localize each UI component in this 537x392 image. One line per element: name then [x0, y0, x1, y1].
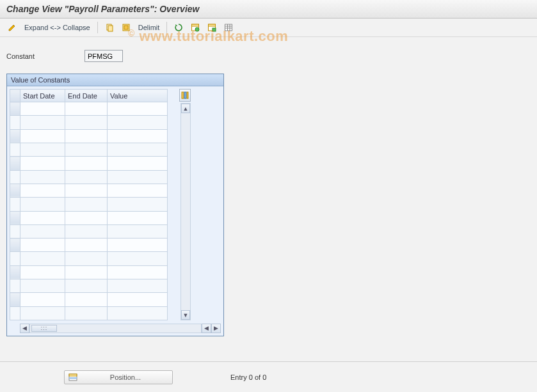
svg-rect-15	[182, 92, 184, 98]
col-start-date[interactable]: Start Date	[20, 90, 65, 102]
table-row[interactable]	[10, 293, 168, 306]
toolbar: Expand <-> Collapse Delimit	[0, 19, 537, 37]
col-end-date[interactable]: End Date	[65, 90, 108, 102]
svg-rect-9	[212, 28, 216, 31]
footer-bar: Position... Entry 0 of 0	[0, 361, 537, 392]
table-row[interactable]	[10, 239, 168, 252]
columns-icon	[181, 91, 189, 99]
table-row[interactable]	[10, 184, 168, 197]
scroll-right-step-button[interactable]: ◀	[202, 324, 211, 333]
refresh-button[interactable]	[172, 21, 186, 34]
table-view-button[interactable]	[221, 21, 236, 34]
table-row[interactable]	[10, 279, 168, 293]
constant-row: Constant	[6, 50, 531, 62]
table-row[interactable]	[10, 157, 168, 170]
position-label: Position...	[83, 373, 168, 381]
toolbar-separator	[166, 22, 167, 33]
pencil-icon	[8, 23, 17, 32]
table-row[interactable]	[10, 211, 168, 224]
svg-rect-3	[124, 26, 128, 29]
table-row[interactable]	[10, 198, 168, 211]
chevron-left-icon: ◀	[22, 325, 27, 331]
row-selector-header[interactable]	[10, 90, 20, 102]
vertical-scrollbar[interactable]: ▲ ▼	[180, 103, 191, 320]
table-row[interactable]	[10, 252, 168, 265]
position-icon	[68, 373, 77, 382]
svg-rect-10	[225, 24, 232, 31]
table-row[interactable]	[10, 116, 168, 129]
table-config-button[interactable]	[179, 89, 191, 102]
svg-rect-16	[184, 92, 186, 98]
copy-button[interactable]	[102, 21, 116, 34]
table-settings-button[interactable]	[188, 21, 202, 34]
scroll-right-button[interactable]: ▶	[211, 324, 221, 333]
svg-rect-17	[187, 92, 188, 98]
chevron-up-icon: ▲	[183, 106, 189, 112]
chevron-right-icon: ▶	[214, 325, 218, 331]
table-row[interactable]	[10, 224, 168, 238]
constants-table: Start Date End Date Value	[10, 89, 168, 320]
table-save-icon	[207, 23, 216, 32]
table-row[interactable]	[10, 129, 168, 143]
toolbar-separator	[97, 22, 98, 33]
delimit-button[interactable]: Delimit	[136, 24, 163, 31]
select-all-button[interactable]	[119, 21, 133, 34]
panel-title: Value of Constants	[7, 74, 223, 86]
svg-rect-1	[108, 26, 113, 31]
scroll-down-button[interactable]: ▼	[181, 310, 190, 320]
table-icon	[224, 23, 233, 32]
table-row[interactable]	[10, 306, 168, 320]
svg-rect-5	[192, 24, 199, 26]
chevron-down-icon: ▼	[183, 312, 189, 318]
refresh-icon	[174, 23, 183, 32]
col-value[interactable]: Value	[108, 90, 168, 102]
svg-rect-8	[209, 24, 216, 26]
table-row[interactable]	[10, 143, 168, 156]
svg-rect-19	[69, 374, 77, 376]
constant-label: Constant	[6, 52, 77, 60]
table-row[interactable]	[10, 265, 168, 279]
table-row[interactable]	[10, 102, 168, 116]
value-of-constants-panel: Value of Constants Start Date End Date V…	[6, 74, 224, 336]
svg-point-6	[195, 27, 199, 31]
table-save-button[interactable]	[205, 21, 219, 34]
table-green-icon	[191, 23, 200, 32]
page-title: Change View "Payroll Parameters": Overvi…	[0, 0, 537, 19]
scroll-thumb[interactable]: :::	[31, 325, 57, 332]
position-button[interactable]: Position...	[64, 370, 173, 384]
svg-rect-20	[69, 377, 77, 379]
expand-collapse-button[interactable]: Expand <-> Collapse	[22, 24, 93, 31]
chevron-left-icon: ◀	[204, 325, 209, 331]
horizontal-scrollbar[interactable]: :::	[29, 324, 202, 333]
entry-count-label: Entry 0 of 0	[230, 373, 266, 381]
content-area: Constant Value of Constants Start Date E…	[0, 37, 537, 343]
select-all-icon	[122, 23, 131, 32]
table-row[interactable]	[10, 170, 168, 184]
scroll-up-button[interactable]: ▲	[181, 104, 190, 113]
copy-icon	[105, 23, 114, 32]
edit-pencil-button[interactable]	[5, 21, 19, 34]
constant-field[interactable]	[84, 50, 123, 62]
scroll-left-button[interactable]: ◀	[20, 324, 29, 333]
